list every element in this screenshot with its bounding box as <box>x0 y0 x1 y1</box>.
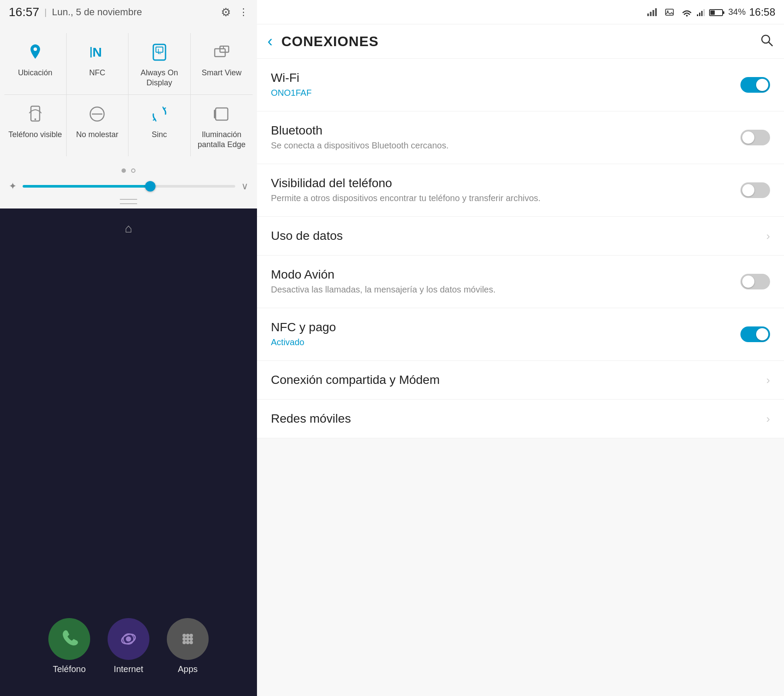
smart-view-label: Smart View <box>202 68 242 78</box>
bluetooth-toggle-thumb <box>742 131 754 144</box>
brightness-chevron[interactable]: ∨ <box>241 181 248 192</box>
conexion-compartida-content: Conexión compartida y Módem <box>271 373 766 387</box>
modo-avion-toggle[interactable] <box>740 274 770 289</box>
visibilidad-title: Visibilidad del teléfono <box>271 176 740 190</box>
svg-rect-37 <box>710 10 715 15</box>
apps-app-icon <box>167 618 209 660</box>
telefono-visible-icon <box>24 103 47 125</box>
apps-app-label: Apps <box>178 664 198 674</box>
right-panel: 34% 16:58 ‹ CONEXIONES Wi-Fi ONO1FAF <box>257 0 784 696</box>
status-bar-right: 34% 16:58 <box>257 0 784 24</box>
battery-icon <box>709 7 725 17</box>
svg-point-16 <box>186 634 189 637</box>
redes-moviles-content: Redes móviles <box>271 412 766 426</box>
svg-text:N: N <box>92 45 102 59</box>
settings-item-nfc-pago[interactable]: NFC y pago Activado <box>257 308 784 361</box>
always-on-icon: L <box>148 41 171 64</box>
no-molestar-icon <box>86 103 108 125</box>
visibilidad-toggle[interactable] <box>740 182 770 198</box>
wifi-title: Wi-Fi <box>271 71 740 85</box>
svg-point-7 <box>34 118 36 120</box>
svg-rect-34 <box>703 9 705 16</box>
svg-point-20 <box>189 637 193 641</box>
settings-item-bluetooth[interactable]: Bluetooth Se conecta a dispositivos Blue… <box>257 111 784 164</box>
svg-point-15 <box>182 634 186 637</box>
signal-icon <box>696 7 706 17</box>
time-left: 16:57 <box>9 5 39 19</box>
modo-avion-toggle-thumb <box>742 276 754 288</box>
more-icon[interactable]: ⋮ <box>239 7 248 18</box>
quick-item-no-molestar[interactable]: No molestar <box>67 95 129 156</box>
bluetooth-toggle[interactable] <box>740 130 770 145</box>
home-indicator: ⌂ <box>125 222 132 235</box>
brightness-slider[interactable] <box>23 185 235 188</box>
settings-item-uso-datos[interactable]: Uso de datos › <box>257 217 784 256</box>
brightness-thumb[interactable] <box>145 181 155 192</box>
conexion-compartida-arrow: › <box>766 373 770 387</box>
image-icon <box>665 7 674 17</box>
home-icon-row: Teléfono Internet <box>48 618 209 679</box>
quick-item-smart-view[interactable]: Smart View <box>191 33 253 95</box>
settings-item-modo-avion[interactable]: Modo Avión Desactiva las llamadas, la me… <box>257 256 784 308</box>
home-app-apps[interactable]: Apps <box>167 618 209 674</box>
iluminacion-label: Iluminación pantalla Edge <box>194 130 250 150</box>
brightness-icon: ✦ <box>9 181 17 192</box>
handle-bar <box>0 196 257 208</box>
wifi-toggle[interactable] <box>740 77 770 93</box>
svg-line-39 <box>769 42 772 46</box>
quick-item-nfc[interactable]: N NFC <box>67 33 129 95</box>
gear-icon[interactable]: ⚙ <box>221 6 231 19</box>
svg-text:L: L <box>157 48 161 55</box>
left-panel: 16:57 | Lun., 5 de noviembre ⚙ ⋮ Ubicaci… <box>0 0 257 696</box>
home-screen: ⌂ Teléfono Internet <box>0 208 257 696</box>
ubicacion-label: Ubicación <box>18 68 52 78</box>
svg-rect-36 <box>723 11 724 14</box>
bluetooth-title: Bluetooth <box>271 124 740 138</box>
cast-icon <box>646 7 659 17</box>
settings-list: Wi-Fi ONO1FAF Bluetooth Se conecta a dis… <box>257 59 784 696</box>
battery-percent: 34% <box>728 7 746 17</box>
telefono-app-icon <box>48 618 90 660</box>
quick-item-always-on[interactable]: L Always On Display <box>128 33 191 95</box>
quick-item-ubicacion[interactable]: Ubicación <box>4 33 67 95</box>
divider: | <box>44 7 47 17</box>
modo-avion-title: Modo Avión <box>271 268 740 282</box>
home-app-telefono[interactable]: Teléfono <box>48 618 90 674</box>
quick-item-sinc[interactable]: Sinc <box>128 95 191 156</box>
nfc-pago-subtitle: Activado <box>271 336 740 348</box>
settings-item-redes-moviles[interactable]: Redes móviles › <box>257 400 784 438</box>
quick-settings: Ubicación N NFC L <box>0 24 257 161</box>
svg-rect-28 <box>666 9 673 15</box>
back-button[interactable]: ‹ <box>267 32 273 50</box>
handle-line-1 <box>120 199 137 200</box>
handle-line-2 <box>120 203 137 204</box>
nfc-pago-title: NFC y pago <box>271 320 740 334</box>
modo-avion-subtitle: Desactiva las llamadas, la mensajería y … <box>271 283 740 296</box>
settings-item-wifi[interactable]: Wi-Fi ONO1FAF <box>257 59 784 111</box>
telefono-app-label: Teléfono <box>53 664 86 674</box>
iluminacion-icon <box>210 103 233 125</box>
quick-item-telefono-visible[interactable]: Teléfono visible <box>4 95 67 156</box>
brightness-row[interactable]: ✦ ∨ <box>0 176 257 196</box>
smart-view-icon <box>210 41 233 64</box>
no-molestar-label: No molestar <box>76 130 118 140</box>
visibilidad-content: Visibilidad del teléfono Permite a otros… <box>271 176 740 204</box>
status-bar-left: 16:57 | Lun., 5 de noviembre ⚙ ⋮ <box>0 0 257 24</box>
uso-datos-content: Uso de datos <box>271 229 766 243</box>
settings-item-conexion-compartida[interactable]: Conexión compartida y Módem › <box>257 361 784 400</box>
svg-rect-33 <box>701 11 703 16</box>
quick-item-iluminacion[interactable]: Iluminación pantalla Edge <box>191 95 253 156</box>
bluetooth-content: Bluetooth Se conecta a dispositivos Blue… <box>271 124 740 151</box>
bluetooth-subtitle: Se conecta a dispositivos Bluetooth cerc… <box>271 139 740 151</box>
quick-grid: Ubicación N NFC L <box>4 33 253 156</box>
conexiones-title: CONEXIONES <box>281 34 751 50</box>
conexion-compartida-title: Conexión compartida y Módem <box>271 373 766 387</box>
page-dots <box>0 161 257 176</box>
wifi-status-icon <box>681 7 693 17</box>
search-button[interactable] <box>760 33 774 50</box>
home-app-internet[interactable]: Internet <box>108 618 149 674</box>
nfc-pago-toggle[interactable] <box>740 326 770 342</box>
settings-item-visibilidad[interactable]: Visibilidad del teléfono Permite a otros… <box>257 164 784 217</box>
dot-2 <box>131 168 135 173</box>
dot-1 <box>122 168 126 173</box>
